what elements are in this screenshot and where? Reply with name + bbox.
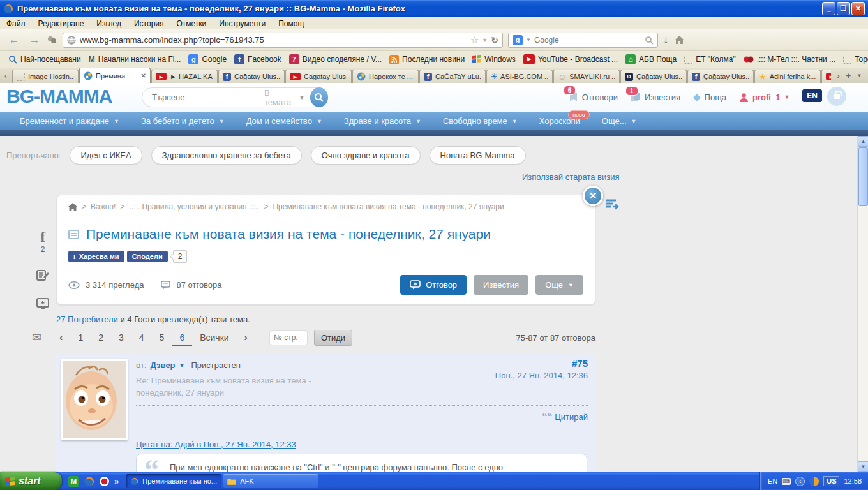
tray-app-icon[interactable] bbox=[809, 477, 819, 486]
site-search-input[interactable] bbox=[152, 93, 264, 102]
menu-help[interactable]: Помощ bbox=[278, 19, 304, 28]
tab-list-icon[interactable]: ▼ bbox=[857, 73, 862, 78]
menu-file[interactable]: Файл bbox=[6, 19, 26, 28]
history-dropdown-icon[interactable] bbox=[47, 36, 57, 45]
menu-tools[interactable]: Инструменти bbox=[219, 19, 266, 28]
nav-health-beauty[interactable]: Здраве и красота▼ bbox=[333, 116, 432, 126]
nav-more[interactable]: Още...▼ bbox=[591, 116, 648, 126]
page-1-link[interactable]: 1 bbox=[70, 330, 91, 345]
tray-language[interactable]: EN bbox=[768, 477, 777, 485]
tab-smayliki[interactable]: ☺ SMAYLIKI.ru ... bbox=[553, 70, 620, 83]
recommended-chip-eyes[interactable]: Очно здраве и красота bbox=[311, 146, 421, 165]
back-button[interactable]: ← bbox=[6, 34, 22, 47]
notifications-menu[interactable]: 1 Известия bbox=[631, 90, 680, 102]
subscribe-button[interactable]: Известия bbox=[474, 275, 528, 295]
tab-cagatay-fb-1[interactable]: f Çağatay Ulus... bbox=[218, 70, 285, 83]
fb-like-button[interactable]: f Харесва ми bbox=[68, 251, 124, 262]
breadcrumb-rules[interactable]: ..::. Правила, условия и указания .::.. bbox=[129, 202, 259, 211]
replies-menu[interactable]: 6 Отговори bbox=[569, 89, 618, 102]
post-author-link[interactable]: Дзвер bbox=[151, 360, 176, 370]
quoted-post-link[interactable]: Цитат на: Адри́ в Пон., 27 Ян. 2014, 12:… bbox=[136, 440, 296, 449]
url-bar[interactable]: ☆ ▼ ↻ bbox=[63, 33, 503, 48]
bookmark-kolma[interactable]: ЕТ "Колма" bbox=[681, 54, 739, 65]
tab-asi-bg[interactable]: ✳ ASI-BG.COM ... bbox=[486, 70, 553, 83]
tab-cagatay-fb-3[interactable]: f Çağatay Ulus... bbox=[687, 70, 754, 83]
tab-bgmamma-active[interactable]: Премина... ✕ bbox=[79, 68, 151, 83]
tray-language-us[interactable]: US bbox=[823, 476, 839, 486]
nav-pregnancy[interactable]: Бременност и раждане▼ bbox=[9, 116, 130, 126]
nav-baby[interactable]: За бебето и детето▼ bbox=[130, 116, 236, 126]
bookmark-abv[interactable]: ⌂ АБВ Поща bbox=[622, 53, 680, 66]
bookmark-vbox7[interactable]: 7 Видео споделяне / V... bbox=[286, 53, 385, 66]
page-4-link[interactable]: 4 bbox=[131, 330, 152, 345]
menu-bookmarks[interactable]: Отметки bbox=[177, 19, 207, 28]
next-page-button[interactable]: › bbox=[237, 329, 255, 346]
url-dropdown-icon[interactable]: ▼ bbox=[482, 37, 488, 43]
quick-launch-overflow-icon[interactable]: » bbox=[114, 477, 119, 486]
keyboard-icon[interactable]: ⌨ bbox=[782, 478, 791, 485]
tab-cagatay-fb-2[interactable]: f ÇaĞaTaY uLu... bbox=[419, 70, 486, 83]
recommended-chip-food[interactable]: Здравословно хранене за бебета bbox=[151, 146, 302, 165]
vertical-scrollbar[interactable]: ▲ ▼ bbox=[857, 136, 868, 472]
chevron-down-icon[interactable]: ▼ bbox=[179, 362, 185, 369]
bookmark-star-icon[interactable]: ☆ bbox=[470, 34, 479, 46]
recommended-chip-ikea[interactable]: Идея с ИКЕА bbox=[70, 146, 142, 165]
page-number-input[interactable] bbox=[269, 330, 308, 345]
bookmark-zamunda[interactable]: Торенти zamunda.net bbox=[840, 54, 868, 65]
nav-home-family[interactable]: Дом и семейство▼ bbox=[236, 116, 333, 126]
quote-button[interactable]: Цитирай bbox=[555, 412, 588, 422]
page-3-link[interactable]: 3 bbox=[111, 330, 131, 345]
share-facebook-button[interactable]: f bbox=[35, 229, 50, 246]
start-button[interactable]: start bbox=[0, 472, 62, 490]
bookmark-google[interactable]: g Google bbox=[185, 53, 230, 66]
language-toggle[interactable]: EN bbox=[802, 89, 822, 102]
menu-history[interactable]: История bbox=[134, 19, 164, 28]
tab-scroll-right-icon[interactable]: › bbox=[837, 71, 840, 80]
fb-share-button[interactable]: Сподели bbox=[127, 251, 168, 262]
tab-cagatay-td[interactable]: D Çağatay Ulus... bbox=[620, 70, 687, 83]
viewers-users-link[interactable]: 27 Потребители bbox=[56, 315, 118, 324]
nav-free-time[interactable]: Свободно време▼ bbox=[432, 116, 528, 126]
close-window-button[interactable]: ✕ bbox=[851, 2, 865, 15]
green-m-app-icon[interactable]: M bbox=[68, 476, 79, 487]
search-bar[interactable]: g ▼ Google bbox=[508, 33, 658, 48]
go-to-page-button[interactable]: Отиди bbox=[314, 330, 352, 346]
new-tab-icon[interactable]: + bbox=[846, 71, 851, 80]
post-number-link[interactable]: #75 bbox=[495, 358, 588, 369]
tab-close-icon[interactable]: ✕ bbox=[141, 72, 146, 79]
mail-menu[interactable]: ◆ Поща bbox=[693, 89, 726, 103]
page-6-current[interactable]: 6 bbox=[172, 330, 192, 346]
bookmark-facebook[interactable]: f Facebook bbox=[231, 53, 285, 66]
search-engine-dropdown-icon[interactable]: ▼ bbox=[526, 37, 531, 43]
tab-hazal[interactable]: ▶ ► HAZAL KA... bbox=[151, 70, 218, 83]
close-topic-button[interactable]: ✕ bbox=[583, 186, 603, 206]
menu-edit[interactable]: Редактиране bbox=[38, 19, 84, 28]
site-search[interactable]: В темата ▼ bbox=[142, 87, 328, 107]
bookmark-youtube[interactable]: ▶ YouTube - Broadcast ... bbox=[520, 53, 621, 66]
scroll-down-icon[interactable]: ▼ bbox=[858, 461, 868, 472]
bookmark-news[interactable]: Последни новини bbox=[386, 54, 468, 66]
all-pages-link[interactable]: Всички bbox=[192, 330, 236, 345]
maximize-button[interactable]: ❐ bbox=[837, 2, 850, 15]
nav-horoscopes[interactable]: Хороскопиново bbox=[528, 116, 591, 126]
tab-narekoh-te[interactable]: Нарекох те ... bbox=[352, 70, 419, 83]
bookmark-most-visited[interactable]: Най-посещавани bbox=[5, 54, 84, 65]
home-button[interactable] bbox=[674, 35, 685, 45]
home-icon[interactable] bbox=[68, 203, 77, 211]
site-logo[interactable]: BG-MAMMA bbox=[6, 85, 112, 107]
bookmark-windows[interactable]: Windows bbox=[469, 54, 519, 65]
site-search-button[interactable] bbox=[310, 87, 328, 107]
firefox-icon[interactable] bbox=[84, 476, 94, 487]
tab-cagatay-yt[interactable]: ▶ Cagatay Ulus... bbox=[285, 70, 352, 83]
bookmark-firefox-start[interactable]: M Начални насоки на Fi... bbox=[86, 54, 184, 65]
scroll-up-icon[interactable]: ▲ bbox=[858, 136, 868, 147]
url-input[interactable] bbox=[80, 35, 467, 45]
share-embed-icon[interactable] bbox=[35, 298, 50, 311]
page-2-link[interactable]: 2 bbox=[91, 330, 111, 345]
downloads-button[interactable]: ↓ bbox=[663, 34, 669, 47]
reply-button[interactable]: Отговор bbox=[400, 275, 467, 295]
hide-icons-icon[interactable]: ‹ bbox=[795, 477, 805, 486]
tab-scroll-left-icon[interactable]: ‹ bbox=[0, 68, 11, 83]
email-topic-icon[interactable]: ✉ bbox=[32, 330, 41, 345]
red-app-icon[interactable] bbox=[99, 476, 110, 487]
